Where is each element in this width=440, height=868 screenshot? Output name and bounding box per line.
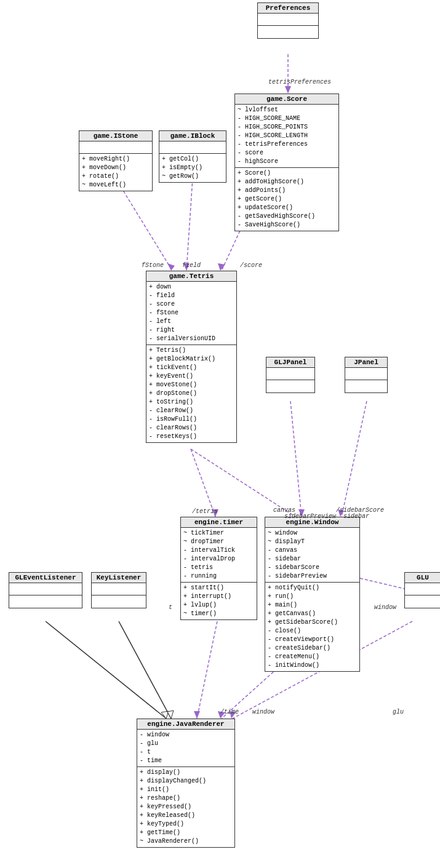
game-iblock-title: game.IBlock [159,131,226,141]
label-score: /score [240,262,262,269]
game-istone-methods: + moveRight() + moveDown() + rotate() ~ … [79,154,152,191]
game-score-title: game.Score [235,94,338,105]
svg-line-19 [197,621,217,719]
glj-panel-box: GLJPanel [266,357,315,393]
glu-attrs [405,583,440,595]
svg-marker-1 [285,86,291,94]
preferences-title: Preferences [258,3,318,14]
label-glu: glu [393,709,404,715]
engine-java-renderer-attrs: - window - glu - t - time [137,730,234,767]
key-listener-methods [92,595,146,608]
game-tetris-attrs: + down - field - score - fStone - left -… [146,282,236,345]
label-tetrisPreferences: tetrisPreferences [268,79,331,86]
j-panel-attrs [345,368,387,380]
game-score-box: game.Score ~ lvloffset - HIGH_SCORE_NAME… [234,94,339,231]
preferences-methods [258,26,318,38]
glu-methods [405,595,440,608]
svg-marker-7 [218,263,225,271]
j-panel-title: JPanel [345,357,387,368]
label-sidebarPreview: sidebarPreview [284,513,336,520]
glj-panel-attrs [266,368,314,380]
svg-line-2 [116,178,172,271]
gl-event-listener-methods [9,595,82,608]
game-istone-attrs [79,141,152,154]
gl-event-listener-title: GLEventListener [9,573,82,583]
game-tetris-title: game.Tetris [146,271,236,282]
label-fStone: fStone [142,262,164,269]
engine-timer-box: engine.timer ~ tickTimer ~ dropTimer - i… [180,517,257,620]
glj-panel-title: GLJPanel [266,357,314,368]
glj-panel-methods [266,380,314,392]
game-iblock-attrs [159,141,226,154]
gl-event-listener-attrs [9,583,82,595]
svg-line-15 [46,621,166,719]
engine-window-attrs: ~ window ~ displayT - canvas - sidebar -… [265,528,359,583]
engine-window-box: engine.Window ~ window ~ displayT - canv… [265,517,360,672]
svg-marker-3 [167,263,175,271]
game-tetris-methods: + Tetris() + getBlockMatrix() + tickEven… [146,345,236,442]
game-score-attrs: ~ lvloffset - HIGH_SCORE_NAME - HIGH_SCO… [235,105,338,168]
j-panel-box: JPanel [345,357,388,393]
engine-java-renderer-title: engine.JavaRenderer [137,719,234,730]
game-istone-box: game.IStone + moveRight() + moveDown() +… [79,130,153,191]
svg-line-12 [342,401,367,517]
key-listener-box: KeyListener [91,572,146,608]
svg-line-4 [186,178,193,271]
svg-line-10 [290,401,302,517]
key-listener-title: KeyListener [92,573,146,583]
game-istone-title: game.IStone [79,131,152,141]
game-iblock-box: game.IBlock + getCol() + isEmpty() ~ get… [159,130,226,183]
game-tetris-box: game.Tetris + down - field - score - fSt… [146,271,237,443]
engine-timer-attrs: ~ tickTimer ~ dropTimer - intervalTick -… [181,528,257,583]
preferences-box: Preferences [257,2,319,39]
label-field: field [182,262,201,269]
label-tetris: /tetris [192,508,218,515]
engine-window-methods: + notifyQuit() + run() + main() + getCan… [265,583,359,671]
label-window-glu: window [374,604,396,611]
engine-timer-title: engine.timer [181,517,257,528]
engine-java-renderer-box: engine.JavaRenderer - window - glu - t -… [137,719,235,848]
key-listener-attrs [92,583,146,595]
glu-title: GLU [405,573,440,583]
label-window-renderer: window [252,709,274,715]
glu-box: GLU [404,572,440,608]
j-panel-methods [345,380,387,392]
engine-timer-methods: + startIt() + interrupt() + lvlup() ~ ti… [181,583,257,619]
svg-marker-16 [161,711,169,719]
gl-event-listener-box: GLEventListener [9,572,82,608]
svg-marker-20 [194,711,200,719]
label-t: t [169,604,172,611]
preferences-attr [258,14,318,26]
game-iblock-methods: + getCol() + isEmpty() ~ getRow() [159,154,226,182]
game-score-methods: + Score() + addToHighScore() + addPoints… [235,168,338,231]
label-sidebar: sidebar [343,513,369,520]
engine-java-renderer-methods: + display() + displayChanged() + init() … [137,767,234,847]
svg-line-8 [191,449,215,517]
svg-line-17 [119,621,171,719]
svg-marker-18 [167,711,174,719]
label-time: /time [220,709,239,715]
